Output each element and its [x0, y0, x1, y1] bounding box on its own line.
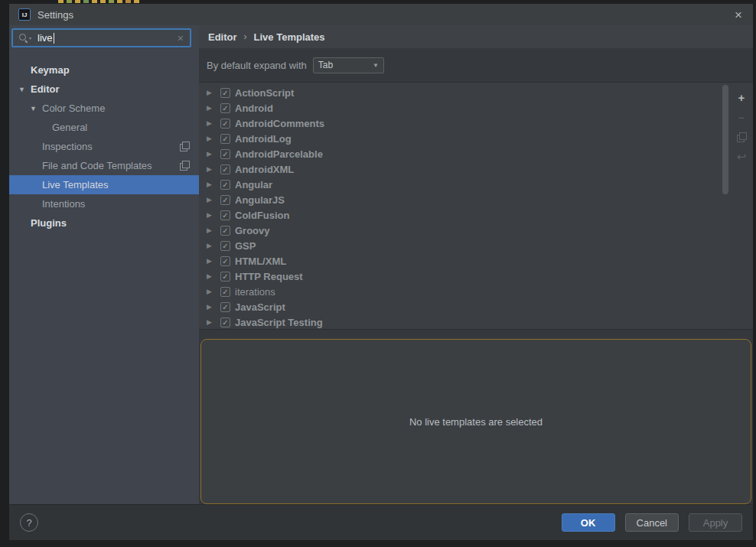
template-group-row-gsp[interactable]: ▶✓GSP — [199, 238, 721, 253]
cancel-button[interactable]: Cancel — [625, 513, 679, 532]
group-checkbox[interactable]: ✓ — [220, 287, 230, 297]
group-name: AndroidComments — [235, 118, 324, 129]
sidebar-item-label: Color Scheme — [42, 103, 105, 114]
help-button[interactable]: ? — [20, 513, 38, 532]
sidebar-item-editor[interactable]: ▼Editor — [9, 80, 199, 99]
template-group-row-angularjs[interactable]: ▶✓AngularJS — [199, 192, 721, 207]
scrollbar-thumb[interactable] — [722, 85, 728, 194]
group-checkbox[interactable]: ✓ — [220, 119, 230, 129]
group-name: iterations — [235, 286, 275, 298]
group-checkbox[interactable]: ✓ — [220, 272, 230, 282]
collapsed-arrow-icon[interactable]: ▶ — [207, 104, 220, 112]
settings-search-input[interactable]: ▾ live × — [11, 28, 191, 47]
dialog-title: Settings — [37, 9, 73, 21]
sidebar-item-label: Inspections — [42, 141, 93, 152]
chevron-down-icon: ▼ — [373, 62, 379, 69]
clear-search-icon[interactable]: × — [178, 32, 184, 44]
collapsed-arrow-icon[interactable]: ▶ — [207, 135, 220, 142]
settings-dialog: IJ Settings × ▾ live × Keymap▼Editor▼Col… — [9, 4, 753, 540]
collapsed-arrow-icon[interactable]: ▶ — [207, 303, 220, 311]
breadcrumb-editor[interactable]: Editor — [208, 31, 237, 43]
sidebar-item-live-templates[interactable]: Live Templates — [9, 175, 199, 194]
collapsed-arrow-icon[interactable]: ▶ — [207, 226, 220, 234]
collapsed-arrow-icon[interactable]: ▶ — [207, 89, 220, 96]
collapsed-arrow-icon[interactable]: ▶ — [207, 272, 220, 280]
ok-button[interactable]: OK — [562, 513, 615, 532]
group-checkbox[interactable]: ✓ — [220, 195, 230, 205]
template-group-row-iterations[interactable]: ▶✓iterations — [199, 284, 721, 299]
collapsed-arrow-icon[interactable]: ▶ — [207, 165, 220, 173]
collapsed-arrow-icon[interactable]: ▶ — [207, 257, 220, 265]
group-name: GSP — [235, 240, 256, 252]
collapsed-arrow-icon[interactable]: ▶ — [207, 318, 220, 326]
expand-with-value: Tab — [318, 60, 333, 70]
sidebar-item-label: Editor — [31, 83, 60, 95]
apply-button[interactable]: Apply — [689, 513, 742, 532]
group-name: AndroidLog — [235, 133, 292, 145]
sidebar-item-keymap[interactable]: Keymap — [9, 60, 199, 80]
collapsed-arrow-icon[interactable]: ▶ — [207, 119, 220, 127]
sidebar-item-inspections[interactable]: Inspections — [9, 137, 199, 156]
collapsed-arrow-icon[interactable]: ▶ — [207, 196, 220, 203]
group-name: AndroidXML — [235, 164, 294, 175]
group-checkbox[interactable]: ✓ — [220, 103, 230, 113]
collapsed-arrow-icon[interactable]: ▶ — [207, 288, 220, 295]
search-query-text: live — [37, 32, 53, 44]
sidebar-item-file-and-code-templates[interactable]: File and Code Templates — [9, 156, 199, 175]
list-scrollbar[interactable] — [721, 83, 730, 329]
restore-defaults-button[interactable]: ↩ — [733, 147, 750, 167]
group-name: HTML/XML — [235, 256, 286, 267]
template-group-row-javascript[interactable]: ▶✓JavaScript — [199, 299, 721, 314]
collapsed-arrow-icon[interactable]: ▶ — [207, 242, 220, 249]
group-checkbox[interactable]: ✓ — [220, 134, 230, 144]
sidebar-item-color-scheme[interactable]: ▼Color Scheme — [9, 99, 199, 118]
group-checkbox[interactable]: ✓ — [220, 317, 230, 327]
template-group-row-androidparcelable[interactable]: ▶✓AndroidParcelable — [199, 146, 721, 161]
remove-template-button[interactable]: − — [733, 107, 750, 127]
group-checkbox[interactable]: ✓ — [220, 180, 230, 190]
expanded-arrow-icon[interactable]: ▼ — [30, 105, 42, 112]
template-group-row-javascript-testing[interactable]: ▶✓JavaScript Testing — [199, 314, 721, 329]
group-checkbox[interactable]: ✓ — [220, 164, 230, 174]
intellij-logo-icon: IJ — [18, 8, 31, 21]
group-checkbox[interactable]: ✓ — [220, 226, 230, 236]
template-group-row-html-xml[interactable]: ▶✓HTML/XML — [199, 253, 721, 269]
expand-with-dropdown[interactable]: Tab ▼ — [313, 57, 384, 73]
template-group-row-groovy[interactable]: ▶✓Groovy — [199, 223, 721, 238]
group-name: JavaScript Testing — [235, 317, 323, 328]
add-template-button[interactable]: + — [733, 87, 750, 107]
template-group-row-angular[interactable]: ▶✓Angular — [199, 177, 721, 192]
duplicate-template-button[interactable] — [733, 127, 750, 147]
group-name: Android — [235, 103, 273, 114]
group-name: HTTP Request — [235, 271, 303, 282]
group-checkbox[interactable]: ✓ — [220, 88, 230, 98]
group-checkbox[interactable]: ✓ — [220, 302, 230, 312]
template-group-row-androidxml[interactable]: ▶✓AndroidXML — [199, 161, 721, 177]
template-group-row-android[interactable]: ▶✓Android — [199, 100, 721, 116]
template-group-row-androidcomments[interactable]: ▶✓AndroidComments — [199, 116, 721, 131]
template-group-row-http-request[interactable]: ▶✓HTTP Request — [199, 269, 721, 284]
collapsed-arrow-icon[interactable]: ▶ — [207, 181, 220, 188]
collapsed-arrow-icon[interactable]: ▶ — [207, 211, 220, 219]
background-code-marks — [58, 0, 139, 3]
template-group-row-androidlog[interactable]: ▶✓AndroidLog — [199, 131, 721, 146]
list-toolbar: + − ↩ — [730, 83, 753, 329]
search-icon: ▾ — [19, 34, 31, 42]
sidebar-item-intentions[interactable]: Intentions — [9, 194, 199, 213]
group-name: AngularJS — [235, 194, 285, 206]
sidebar-item-general[interactable]: General — [9, 118, 199, 137]
expanded-arrow-icon[interactable]: ▼ — [18, 86, 31, 93]
group-checkbox[interactable]: ✓ — [220, 149, 230, 159]
group-checkbox[interactable]: ✓ — [220, 256, 230, 266]
collapsed-arrow-icon[interactable]: ▶ — [207, 150, 220, 158]
group-name: JavaScript — [235, 301, 285, 313]
template-group-row-actionscript[interactable]: ▶✓ActionScript — [199, 85, 721, 100]
group-checkbox[interactable]: ✓ — [220, 241, 230, 251]
template-group-row-coldfusion[interactable]: ▶✓ColdFusion — [199, 207, 721, 223]
template-editor-empty-panel: No live templates are selected — [200, 339, 751, 504]
group-checkbox[interactable]: ✓ — [220, 210, 230, 220]
close-icon[interactable]: × — [733, 8, 744, 21]
sidebar-item-plugins[interactable]: Plugins — [9, 213, 199, 233]
template-groups-list: ▶✓ActionScript▶✓Android▶✓AndroidComments… — [199, 82, 753, 330]
overridden-copy-icon — [180, 161, 190, 171]
